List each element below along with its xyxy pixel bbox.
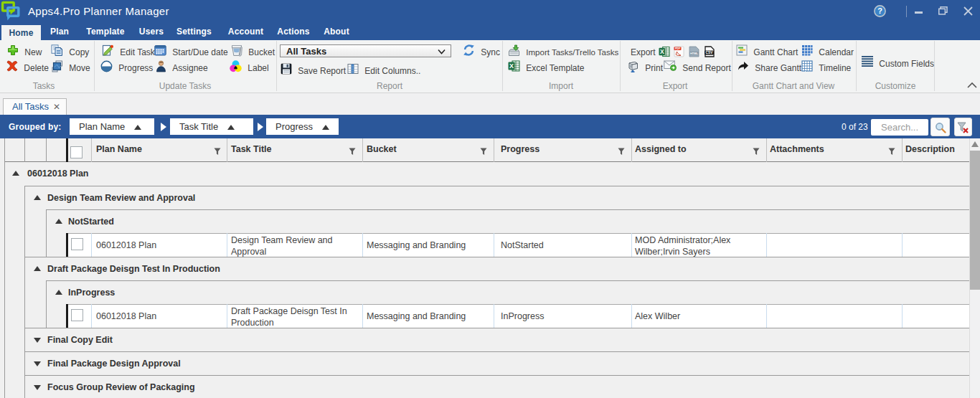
svg-text:CSV: CSV: [706, 51, 714, 55]
svg-text:X: X: [509, 62, 514, 70]
svg-text:PDF: PDF: [675, 47, 681, 50]
svg-text:?: ?: [877, 6, 882, 15]
svg-text:HTML: HTML: [690, 52, 699, 55]
svg-text:X: X: [660, 48, 664, 55]
